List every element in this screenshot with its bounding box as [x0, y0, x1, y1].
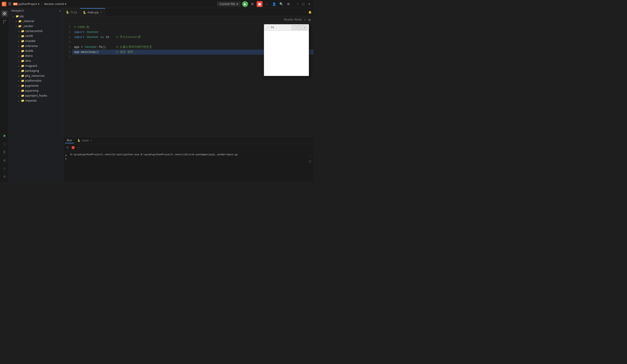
pip-chevron: ▸	[12, 14, 15, 18]
tree-item-vendor[interactable]: ▾ 📂 _vendor	[9, 24, 63, 29]
vendor-folder-icon: 📂	[18, 24, 22, 28]
svg-rect-2	[3, 12, 4, 13]
sidebar: Project ▾ ▸ 📁 pip ▸ 📁 _internal ▾ 📂 _ven…	[9, 8, 63, 182]
bottom-tab-main[interactable]: 🐍 main ✕	[76, 138, 94, 143]
tree-item-msgpack[interactable]: ▸ 📁 msgpack	[9, 63, 63, 68]
stop-button[interactable]: ■	[257, 1, 262, 7]
bottom-panel: Run 🐍 main ✕ ↺ ⋯ ▲ ▼	[63, 137, 314, 182]
tree-item-pyparsing[interactable]: ▸ 📁 pyparsing	[9, 88, 63, 93]
tab-close-button[interactable]: ✕	[101, 11, 102, 13]
main-tab-close[interactable]: ✕	[90, 139, 92, 142]
tab-fz-py-label: fz.py	[71, 11, 77, 14]
tree-item-requests[interactable]: ▸ 📁 requests	[9, 98, 63, 103]
tree-item-chardet[interactable]: ▸ 📁 chardet	[9, 39, 63, 44]
activity-run[interactable]	[1, 132, 8, 140]
side-btn-1[interactable]: ⋮	[308, 153, 313, 158]
restart-button[interactable]: ↺	[65, 145, 70, 150]
ai-assist-icon[interactable]: ◉	[308, 18, 311, 21]
project-chevron: ▾	[38, 2, 40, 6]
activity-problems[interactable]: ⚠	[1, 165, 8, 172]
tab-fz-py[interactable]: 🐍 fz.py	[63, 8, 80, 16]
tab-main-py[interactable]: 🐍 main.py ✕	[80, 8, 105, 16]
window-controls: ─ □ ✕	[295, 1, 312, 6]
tk-close[interactable]: ✕	[303, 25, 307, 30]
tree-item-pyproject-hooks[interactable]: ▸ 📁 pyproject_hooks	[9, 93, 63, 98]
svg-rect-4	[3, 14, 4, 15]
line-numbers: 1 2 3 4 5 6 7	[63, 23, 72, 137]
settings-button[interactable]: ⚙	[249, 1, 255, 7]
tk-maximize[interactable]: □	[297, 25, 302, 30]
editor-area: 🐍 fz.py 🐍 main.py ✕ ⋮ 🔔 Reader Mode ✓ ◉	[63, 8, 314, 182]
tree-item-distro[interactable]: ▸ 📁 distro	[9, 53, 63, 58]
svg-marker-9	[4, 135, 6, 137]
svg-point-8	[3, 22, 4, 23]
internal-chevron: ▸	[14, 19, 18, 23]
sidebar-header: Project ▾	[9, 8, 63, 14]
tree-item-distlib[interactable]: ▸ 📁 distlib	[9, 49, 63, 53]
current-file-chevron: ▾	[237, 2, 238, 6]
current-file-selector[interactable]: Current File ▾	[217, 2, 240, 6]
user-button[interactable]: 👤	[271, 1, 277, 7]
tk-titlebar: 🖊 tk ─ □ ✕	[264, 24, 309, 31]
tk-minimize[interactable]: ─	[292, 25, 296, 30]
terminal-output[interactable]: D:\pcym\pythonProject\.venv\Scripts\pyth…	[69, 152, 306, 181]
tab-main-py-label: main.py	[88, 11, 99, 14]
tab-more-icon[interactable]: ⋮	[304, 11, 307, 14]
tree-item-pkg-resources[interactable]: ▸ 📁 pkg_resources	[9, 73, 63, 78]
tree-item-certifi[interactable]: ▸ 📁 certifi	[9, 34, 63, 39]
tree-item-idna[interactable]: ▸ 📁 idna	[9, 58, 63, 63]
activity-database[interactable]: 🗄	[1, 149, 8, 156]
bottom-tabs: Run 🐍 main ✕	[63, 137, 314, 144]
tab-bar: 🐍 fz.py 🐍 main.py ✕ ⋮ 🔔	[63, 8, 314, 16]
tree-item-internal[interactable]: ▸ 📁 _internal	[9, 19, 63, 24]
tree-item-cachecontrol[interactable]: ▸ 📁 cachecontrol	[9, 29, 63, 34]
activity-git[interactable]	[1, 18, 8, 25]
svg-rect-3	[5, 12, 6, 13]
version-control[interactable]: Version control ▾	[44, 2, 66, 6]
tk-title: tk	[271, 26, 290, 29]
gear-button[interactable]: ⚙	[286, 1, 291, 7]
bottom-content: ▲ ▼ D:\pcym\pythonProject\.venv\Scripts\…	[63, 151, 314, 182]
activity-terminal[interactable]: ⊞	[1, 156, 8, 164]
scroll-up-button[interactable]: ▲	[64, 153, 68, 156]
svg-text:P: P	[3, 3, 4, 5]
app-logo: P	[2, 2, 6, 6]
close-button[interactable]: ✕	[307, 1, 312, 6]
project-selector[interactable]: PP pythonProject ▾	[13, 2, 39, 6]
tk-controls: ─ □ ✕	[292, 25, 307, 30]
activity-deploy[interactable]: ⬡	[1, 140, 8, 148]
maximize-button[interactable]: □	[301, 1, 306, 6]
run-tab-label: Run	[67, 139, 72, 142]
reader-mode-label[interactable]: Reader Mode	[284, 18, 302, 21]
scroll-down-button[interactable]: ▼	[64, 157, 68, 161]
pip-folder-icon: 📁	[15, 14, 19, 18]
tree-item-platformdirs[interactable]: ▸ 📁 platformdirs	[9, 78, 63, 83]
internal-folder-icon: 📁	[18, 19, 22, 23]
main-tab-icon: 🐍	[77, 139, 81, 142]
reader-mode-check: ✓	[304, 18, 306, 21]
more-run-options[interactable]: ⋯	[76, 145, 81, 150]
code-editor[interactable]: 1 2 3 4 5 6 7 # CSDN-热 import tkinter	[63, 23, 314, 137]
hamburger-menu[interactable]: ☰	[8, 2, 11, 6]
sidebar-chevron: ▾	[59, 9, 61, 12]
activity-bar: ⬡ 🗄 ⊞ ⚠ ⚙	[0, 8, 9, 182]
run-button[interactable]: ▶	[242, 1, 248, 7]
scroll-buttons: ▲ ▼	[64, 152, 68, 181]
bottom-tab-run[interactable]: Run	[65, 138, 74, 143]
side-btn-2[interactable]: ⊡	[308, 159, 313, 164]
more-button[interactable]: ⋯	[264, 1, 270, 7]
tree-item-pip[interactable]: ▸ 📁 pip	[9, 14, 63, 19]
tree-item-colorama[interactable]: ▸ 📁 colorama	[9, 44, 63, 49]
side-buttons: ⋮ ⊡	[308, 152, 313, 181]
current-file-label: Current File	[220, 2, 235, 6]
main-layout: ⬡ 🗄 ⊞ ⚠ ⚙ Project ▾ ▸ 📁 pip ▸ 📁 _interna…	[0, 8, 314, 182]
search-button[interactable]: 🔍	[278, 1, 284, 7]
activity-settings-bottom[interactable]: ⚙	[1, 173, 8, 180]
minimize-button[interactable]: ─	[295, 1, 300, 6]
tk-floating-window[interactable]: 🖊 tk ─ □ ✕	[264, 24, 309, 76]
tree-item-pygments[interactable]: ▸ 📁 pygments	[9, 83, 63, 88]
tree-item-packaging[interactable]: ▸ 📁 packaging	[9, 68, 63, 73]
notifications-icon[interactable]: 🔔	[308, 11, 312, 14]
activity-explorer[interactable]	[1, 10, 8, 17]
stop-run-button[interactable]	[72, 146, 74, 149]
